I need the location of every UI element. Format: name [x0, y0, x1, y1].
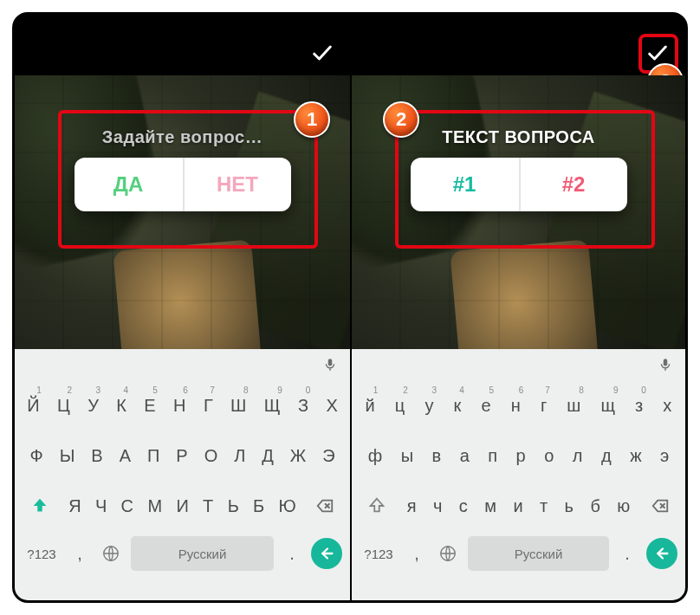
key[interactable]: З0	[291, 384, 315, 427]
key[interactable]: к4	[445, 384, 470, 427]
key[interactable]: о	[536, 434, 561, 477]
key[interactable]: ю	[611, 484, 637, 528]
key[interactable]: П	[141, 434, 166, 477]
key[interactable]: К4	[109, 384, 133, 427]
key[interactable]: л	[565, 434, 590, 477]
poll-sticker[interactable]: Задайте вопрос… ДА НЕТ	[70, 127, 295, 211]
enter-key[interactable]	[642, 534, 682, 573]
key[interactable]: я	[400, 484, 423, 528]
key[interactable]: ж	[622, 434, 649, 477]
period-key[interactable]: .	[612, 534, 642, 573]
poll-option-no[interactable]: НЕТ	[183, 158, 291, 211]
key[interactable]: Г7	[197, 384, 220, 427]
key[interactable]: г7	[532, 384, 554, 427]
story-canvas[interactable]: Задайте вопрос… ДА НЕТ 1	[15, 75, 350, 349]
key[interactable]: С	[115, 484, 139, 528]
key[interactable]: Э	[316, 434, 341, 477]
key[interactable]: з0	[627, 384, 651, 427]
keyboard-row-bottom: ?123 , Русский .	[352, 531, 685, 579]
key[interactable]: е5	[473, 384, 499, 427]
key[interactable]: Б	[248, 484, 269, 528]
key[interactable]: Ф	[23, 434, 49, 477]
key[interactable]: Ю	[273, 484, 301, 528]
key[interactable]: Ш8	[224, 384, 254, 427]
key[interactable]: М	[142, 484, 167, 528]
key[interactable]: Д	[256, 434, 281, 477]
svg-rect-0	[329, 369, 331, 371]
key[interactable]: И	[171, 484, 194, 528]
poll-question-input[interactable]: Задайте вопрос…	[102, 127, 262, 147]
key[interactable]: Л	[228, 434, 252, 477]
confirm-icon[interactable]	[310, 41, 334, 65]
key[interactable]: ч	[426, 484, 449, 528]
key[interactable]: и	[507, 484, 530, 528]
story-topbar	[15, 15, 350, 75]
key[interactable]: ф	[360, 434, 390, 477]
key[interactable]: с	[452, 484, 474, 528]
key[interactable]: Н6	[166, 384, 193, 427]
shift-key[interactable]	[20, 484, 60, 528]
key[interactable]: Р	[170, 434, 194, 477]
poll-question-input[interactable]: ТЕКСТ ВОПРОСА	[442, 127, 595, 147]
keyboard-row-2: фывапролджэ	[352, 430, 685, 481]
key[interactable]: д	[593, 434, 619, 477]
key[interactable]: х	[655, 384, 680, 427]
spacebar[interactable]: Русский	[131, 536, 274, 571]
key[interactable]: р	[509, 434, 534, 477]
comma-key[interactable]: ,	[65, 534, 94, 573]
globe-key[interactable]	[94, 534, 127, 573]
keyboard-row-2: ФЫВАПРОЛДЖЭ	[15, 430, 350, 481]
key[interactable]: м	[478, 484, 503, 528]
period-key[interactable]: .	[277, 534, 307, 573]
key[interactable]: ы	[393, 434, 421, 477]
key[interactable]: О	[198, 434, 224, 477]
keyboard: й1ц2у3к4е5н6г7ш8щ9з0х фывапролджэ ячсмит…	[352, 349, 685, 600]
key[interactable]: п	[481, 434, 505, 477]
poll-option-yes[interactable]: ДА	[75, 158, 183, 211]
key[interactable]: в	[425, 434, 449, 477]
enter-key[interactable]	[307, 534, 347, 573]
confirm-icon[interactable]	[645, 41, 670, 65]
key[interactable]: Ь	[222, 484, 243, 528]
key[interactable]: Щ9	[257, 384, 288, 427]
spacebar[interactable]: Русский	[468, 536, 609, 571]
key[interactable]: ц2	[386, 384, 413, 427]
key[interactable]: э	[652, 434, 677, 477]
key[interactable]: щ9	[593, 384, 624, 427]
backspace-key[interactable]	[640, 484, 680, 528]
key[interactable]: б	[584, 484, 607, 528]
shift-key[interactable]	[357, 484, 397, 528]
key[interactable]: Ж	[283, 434, 312, 477]
key[interactable]: Ц2	[50, 384, 77, 427]
key[interactable]: А	[113, 434, 137, 477]
symbols-key[interactable]: ?123	[18, 534, 65, 573]
story-canvas[interactable]: 2 ТЕКСТ ВОПРОСА #1 #2	[352, 75, 685, 349]
globe-key[interactable]	[431, 534, 464, 573]
callout-badge-1: 1	[294, 101, 330, 138]
key[interactable]: н6	[502, 384, 528, 427]
key[interactable]: Е5	[137, 384, 163, 427]
keyboard-row-3: ячсмитьбю	[352, 481, 685, 531]
key[interactable]: ь	[558, 484, 580, 528]
symbols-key[interactable]: ?123	[355, 534, 402, 573]
key[interactable]: у3	[417, 384, 442, 427]
key[interactable]: й1	[357, 384, 383, 427]
key[interactable]: а	[452, 434, 477, 477]
key[interactable]: Ы	[53, 434, 81, 477]
key[interactable]: Х	[319, 384, 345, 427]
key[interactable]: ш8	[559, 384, 589, 427]
key[interactable]: Й1	[20, 384, 47, 427]
poll-option-1[interactable]: #1	[411, 158, 519, 211]
comma-key[interactable]: ,	[402, 534, 431, 573]
key[interactable]: У3	[81, 384, 106, 427]
mic-icon[interactable]	[658, 357, 673, 372]
key[interactable]: Ч	[90, 484, 113, 528]
key[interactable]: Я	[63, 484, 87, 528]
mic-icon[interactable]	[322, 357, 338, 372]
backspace-key[interactable]	[305, 484, 345, 528]
key[interactable]: В	[85, 434, 109, 477]
poll-option-2[interactable]: #2	[519, 158, 627, 211]
poll-sticker[interactable]: ТЕКСТ ВОПРОСА #1 #2	[406, 127, 632, 211]
key[interactable]: Т	[198, 484, 219, 528]
key[interactable]: т	[533, 484, 554, 528]
